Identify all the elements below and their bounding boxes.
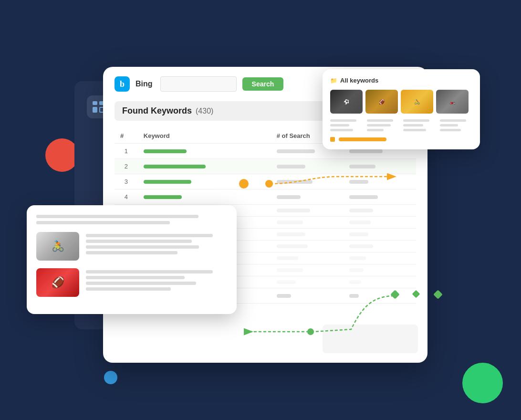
media-item-cycling: 🚴 [36,232,227,261]
search-cell [271,174,344,189]
search-cell [271,288,344,304]
bing-logo: b [115,76,130,92]
grid-icon [93,101,104,113]
found-keywords-title: Found Keywords [122,106,192,116]
competition-cell [344,189,416,205]
competition-cell [344,288,416,304]
images-row: ⚽ 🏈 🚴 🏍️ [330,90,472,114]
sport-image-cycling: 🚴 [401,90,433,114]
row-num: 2 [115,159,138,174]
left-card: 🚴 🏈 [27,205,237,314]
found-keywords-count: (430) [196,107,213,116]
row-num: 3 [115,174,138,189]
search-button[interactable]: Search [242,77,284,91]
all-keywords-label: All keywords [340,77,378,84]
orange-square [330,137,335,142]
sport-image-football: 🏈 [365,90,398,114]
ak-text-lines [330,119,472,131]
col-header-num: # [115,128,138,144]
all-keywords-card: 📁 All keywords ⚽ 🏈 🚴 🏍️ [323,69,480,149]
keyword-cell [138,144,271,159]
folder-icon: 📁 [330,77,337,84]
search-cell [271,159,344,174]
table-row: 2 [115,159,416,174]
sport-image-motocross: 🏍️ [436,90,469,114]
sport-image-soccer: ⚽ [330,90,363,114]
media-text-lines-2 [86,268,227,291]
all-keywords-title: 📁 All keywords [330,77,472,84]
media-thumb-football: 🏈 [36,268,79,297]
table-row: 3 [115,174,416,189]
progress-bar-row [330,137,472,142]
keyword-cell [138,189,271,205]
bing-name: Bing [135,80,153,88]
left-card-text-lines [36,215,227,224]
media-item-football: 🏈 [36,268,227,297]
table-row: 4 [115,189,416,205]
keyword-cell [138,174,271,189]
col-header-keyword: Keyword [138,128,271,144]
media-thumb-cycling: 🚴 [36,232,79,261]
orange-progress-bar [339,137,386,141]
row-num: 1 [115,144,138,159]
keyword-cell [138,159,271,174]
bottom-placeholder [323,325,418,353]
competition-cell [344,174,416,189]
row-num: 4 [115,189,138,205]
green-dot-1 [433,290,443,299]
search-input[interactable] [160,76,237,92]
scene: b Bing Search Found Keywords (430) # Key… [46,43,475,377]
bing-logo-letter: b [120,79,125,89]
search-cell [271,189,344,205]
media-text-lines [86,232,227,254]
competition-cell [344,159,416,174]
